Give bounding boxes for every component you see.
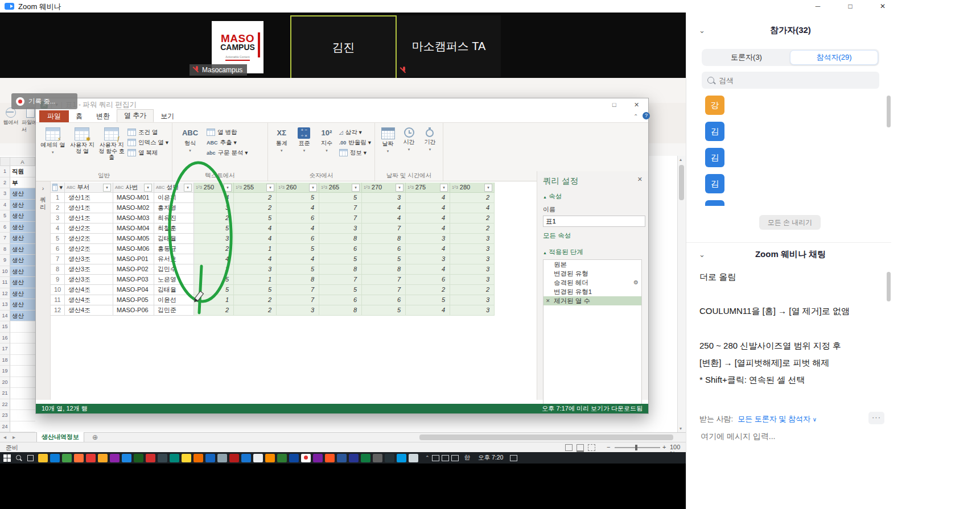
pq-table-cell[interactable]: 5 — [319, 254, 362, 264]
taskbar-app-icon[interactable] — [170, 454, 179, 462]
pq-table-cell[interactable]: 생산4조 — [65, 285, 113, 295]
row-header[interactable]: 6 — [0, 222, 10, 233]
pq-table-cell[interactable]: 4 — [450, 203, 495, 213]
taskbar-app-icon[interactable] — [98, 454, 108, 462]
pq-column-header[interactable]: ABC사번▾ — [113, 183, 154, 193]
pq-table-cell[interactable]: 4 — [362, 203, 406, 213]
pq-table-cell[interactable]: 3 — [450, 244, 495, 254]
vertical-scrollbar[interactable]: ▴ ▾ — [677, 156, 686, 432]
taskbar-app-icon[interactable] — [361, 454, 370, 462]
sheet-cell[interactable]: 생산 — [10, 311, 35, 322]
pq-table-cell[interactable]: 6 — [277, 234, 319, 244]
pq-table-cell[interactable]: MASO-P05 — [113, 295, 154, 305]
ribbon-button[interactable]: 열 병합 — [207, 127, 248, 137]
start-button-icon[interactable] — [2, 454, 12, 462]
pq-table-cell[interactable]: 3 — [406, 254, 450, 264]
scroll-up-icon[interactable]: ▴ — [680, 157, 682, 162]
taskbar-app-icon[interactable] — [397, 454, 406, 462]
row-number[interactable]: 12 — [51, 305, 65, 316]
collapse-section-icon[interactable]: ▲ — [543, 251, 547, 255]
zoom-slider-handle[interactable] — [635, 445, 637, 450]
pq-table-cell[interactable]: 생산3조 — [65, 275, 113, 285]
row-header[interactable]: 10 — [0, 266, 10, 278]
applied-step[interactable]: 원본 — [543, 260, 641, 269]
row-header[interactable]: 19 — [0, 366, 10, 377]
pq-table-cell[interactable]: 7 — [362, 224, 406, 234]
row-number[interactable]: 6 — [51, 244, 65, 254]
sheet-cell[interactable]: 생산 — [10, 288, 35, 300]
row-header[interactable]: 15 — [0, 321, 10, 333]
pq-column-header[interactable]: 1²3280▾ — [450, 183, 495, 193]
pq-table-cell[interactable]: 2 — [234, 295, 277, 305]
row-header[interactable]: 12 — [0, 288, 10, 300]
pq-table-cell[interactable]: 2 — [450, 224, 495, 234]
pq-table-cell[interactable]: 5 — [319, 193, 362, 203]
row-header[interactable]: 22 — [0, 399, 10, 411]
filter-icon[interactable]: ▾ — [144, 184, 152, 192]
taskbar-app-icon[interactable] — [277, 454, 287, 462]
chat-more-button[interactable]: ··· — [868, 412, 884, 424]
taskbar-app-icon[interactable] — [158, 454, 167, 462]
ribbon-button[interactable]: .00반올림 ▾ — [339, 138, 371, 147]
participant-avatar[interactable]: 김 — [705, 122, 724, 141]
pq-table-cell[interactable]: 6 — [362, 295, 406, 305]
taskbar-app-icon[interactable] — [38, 454, 48, 462]
row-number[interactable]: 8 — [51, 264, 65, 275]
taskbar-app-icon[interactable] — [74, 454, 84, 462]
ribbon-button[interactable]: 정보 ▾ — [339, 148, 371, 158]
taskbar-app-icon[interactable] — [134, 454, 143, 462]
pq-tab-add-column[interactable]: 열 추가 — [117, 109, 154, 122]
row-header[interactable]: 1 — [0, 166, 10, 177]
filter-icon[interactable]: ▾ — [484, 184, 492, 192]
pq-table-cell[interactable]: MASO-P02 — [113, 264, 154, 275]
participant-avatar[interactable]: 김 — [705, 148, 724, 167]
filter-icon[interactable]: ▾ — [184, 184, 192, 192]
pq-table-cell[interactable]: 2 — [194, 244, 234, 254]
taskbar-app-icon[interactable] — [313, 454, 323, 462]
filter-icon[interactable]: ▾ — [440, 184, 448, 192]
taskbar-app-icon[interactable] — [349, 454, 359, 462]
select-all-corner[interactable] — [0, 157, 10, 166]
tray-volume-icon[interactable] — [451, 455, 459, 461]
pq-table-cell[interactable]: 2 — [234, 305, 277, 316]
pq-table-cell[interactable]: 4 — [234, 254, 277, 264]
pq-table-cell[interactable]: 5 — [234, 285, 277, 295]
pq-table-cell[interactable]: 생산1조 — [65, 213, 113, 224]
ribbon-button[interactable]: 10²지수▾ — [316, 126, 337, 154]
sheet-cell[interactable]: 생산 — [10, 255, 35, 266]
row-header[interactable]: 20 — [0, 377, 10, 388]
pq-tab-home[interactable]: 홈 — [69, 110, 89, 122]
ime-indicator[interactable]: 한 — [464, 454, 471, 462]
row-number[interactable]: 4 — [51, 224, 65, 234]
pq-table-cell[interactable]: 1 — [234, 275, 277, 285]
tab-panelists[interactable]: 토론자(3) — [703, 50, 790, 65]
ribbon-button[interactable]: 열 복제 — [127, 148, 168, 158]
sheet-cell[interactable]: 부 — [10, 177, 35, 189]
page-layout-icon[interactable] — [577, 444, 584, 452]
sheet-cell[interactable] — [10, 344, 35, 355]
row-header[interactable]: 17 — [0, 344, 10, 355]
pq-table-cell[interactable]: 생산1조 — [65, 203, 113, 213]
ribbon-button[interactable]: 시간▾ — [400, 126, 418, 152]
pq-table-cell[interactable]: 최유진 — [154, 213, 194, 224]
collapse-ribbon-icon[interactable]: ⌃ — [633, 113, 638, 119]
pq-table-cell[interactable]: 8 — [319, 305, 362, 316]
pq-help-icon[interactable]: ? — [643, 112, 650, 119]
pq-table-cell[interactable]: 김태율 — [154, 285, 194, 295]
pq-table-cell[interactable]: 4 — [406, 305, 450, 316]
taskbar-app-icon[interactable] — [50, 454, 60, 462]
pq-table-cell[interactable]: 3 — [450, 234, 495, 244]
pq-table-cell[interactable]: 3 — [450, 295, 495, 305]
pq-table-cell[interactable]: 4 — [406, 203, 450, 213]
pq-table-cell[interactable]: MASO-P04 — [113, 285, 154, 295]
row-header[interactable]: 11 — [0, 277, 10, 288]
pq-table-cell[interactable]: 생산1조 — [65, 193, 113, 203]
zoom-slider[interactable] — [615, 447, 660, 448]
pq-table-cell[interactable]: 생산4조 — [65, 295, 113, 305]
pq-table-cell[interactable]: 1 — [234, 244, 277, 254]
zoom-out-icon[interactable]: − — [607, 444, 610, 450]
properties-section[interactable]: ▲ 속성 — [543, 192, 643, 201]
row-number[interactable]: 3 — [51, 213, 65, 224]
pq-table-cell[interactable]: 3 — [234, 264, 277, 275]
sheet-cell[interactable]: 생산 — [10, 222, 35, 233]
